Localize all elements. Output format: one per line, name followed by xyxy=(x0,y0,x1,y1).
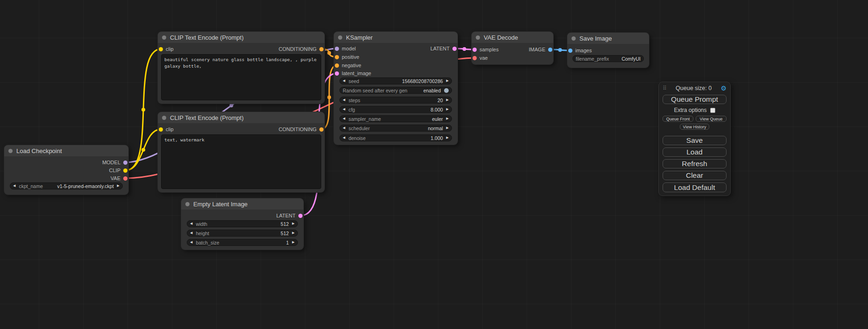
input-dot-latent-image[interactable] xyxy=(335,71,339,76)
node-header[interactable]: CLIP Text Encode (Prompt) xyxy=(158,32,325,43)
widget-sampler-name[interactable]: ◀ sampler_name euler ▶ xyxy=(339,115,452,122)
node-graph-canvas[interactable]: Load Checkpoint MODEL CLIP VAE ◀ ckpt_na… xyxy=(0,0,868,329)
decrement-arrow-icon[interactable]: ◀ xyxy=(190,231,192,235)
node-header[interactable]: Save Image xyxy=(567,33,649,44)
collapse-toggle-icon[interactable] xyxy=(572,36,576,41)
input-dot-negative[interactable] xyxy=(335,63,339,68)
widget-width[interactable]: ◀ width 512 ▶ xyxy=(187,220,298,227)
output-dot-conditioning[interactable] xyxy=(319,47,324,51)
slot-label: samples xyxy=(480,47,499,52)
decrement-arrow-icon[interactable]: ◀ xyxy=(343,98,345,102)
slot-label: CLIP xyxy=(109,168,120,173)
node-header[interactable]: Load Checkpoint xyxy=(4,145,128,156)
slot-label: latent_image xyxy=(342,70,371,76)
widget-batch-size[interactable]: ◀ batch_size 1 ▶ xyxy=(187,239,298,246)
input-dot-clip[interactable] xyxy=(159,127,163,132)
node-save-image[interactable]: Save Image images filename_prefix ComfyU… xyxy=(567,33,649,68)
input-dot-positive[interactable] xyxy=(335,55,339,59)
widget-steps[interactable]: ◀ steps 20 ▶ xyxy=(339,97,452,104)
collapse-toggle-icon[interactable] xyxy=(185,202,190,206)
widget-ckpt-name[interactable]: ◀ ckpt_name v1-5-pruned-emaonly.ckpt ▶ xyxy=(10,182,123,189)
node-header[interactable]: KSampler xyxy=(334,32,458,43)
slot-label: MODEL xyxy=(102,160,120,165)
output-dot-clip[interactable] xyxy=(123,168,127,173)
widget-label: scheduler xyxy=(348,126,424,131)
load-button[interactable]: Load xyxy=(663,147,727,157)
load-default-button[interactable]: Load Default xyxy=(663,182,727,192)
widget-value: 1 xyxy=(286,240,289,245)
slot-label: VAE xyxy=(111,175,120,181)
input-dot-vae[interactable] xyxy=(473,56,477,60)
toggle-indicator-icon[interactable] xyxy=(444,88,449,93)
decrement-arrow-icon[interactable]: ◀ xyxy=(13,184,15,188)
collapse-toggle-icon[interactable] xyxy=(476,35,480,40)
slot-label: images xyxy=(575,48,592,53)
queue-prompt-button[interactable]: Queue Prompt xyxy=(663,95,727,104)
output-dot-latent[interactable] xyxy=(298,214,303,218)
increment-arrow-icon[interactable]: ▶ xyxy=(292,241,295,244)
widget-filename-prefix[interactable]: filename_prefix ComfyUI xyxy=(572,55,644,62)
slot-label: negative xyxy=(342,63,361,68)
increment-arrow-icon[interactable]: ▶ xyxy=(446,98,449,102)
decrement-arrow-icon[interactable]: ◀ xyxy=(343,79,345,83)
increment-arrow-icon[interactable]: ▶ xyxy=(446,136,449,140)
increment-arrow-icon[interactable]: ▶ xyxy=(292,231,295,235)
input-slot-vae: vae xyxy=(473,55,488,61)
output-dot-conditioning[interactable] xyxy=(319,127,324,132)
widget-denoise[interactable]: ◀ denoise 1.000 ▶ xyxy=(339,134,452,141)
input-dot-clip[interactable] xyxy=(159,47,163,51)
queue-front-button[interactable]: Queue Front xyxy=(663,116,693,122)
decrement-arrow-icon[interactable]: ◀ xyxy=(190,222,192,225)
decrement-arrow-icon[interactable]: ◀ xyxy=(343,136,345,140)
node-vae-decode[interactable]: VAE Decode samples vae IMAGE xyxy=(472,32,553,64)
decrement-arrow-icon[interactable]: ◀ xyxy=(343,108,345,111)
node-ksampler[interactable]: KSampler model positive negative latent_… xyxy=(334,32,458,145)
input-slot-clip: clip xyxy=(159,126,174,133)
widget-height[interactable]: ◀ height 512 ▶ xyxy=(187,230,298,237)
widget-seed[interactable]: ◀ seed 156680208700286 ▶ xyxy=(339,77,452,84)
increment-arrow-icon[interactable]: ▶ xyxy=(117,184,120,188)
collapse-toggle-icon[interactable] xyxy=(162,116,166,120)
view-history-button[interactable]: View History xyxy=(680,124,710,130)
node-clip-text-encode-negative[interactable]: CLIP Text Encode (Prompt) clip CONDITION… xyxy=(158,112,325,192)
increment-arrow-icon[interactable]: ▶ xyxy=(292,222,295,225)
output-dot-latent[interactable] xyxy=(452,47,457,51)
node-load-checkpoint[interactable]: Load Checkpoint MODEL CLIP VAE ◀ ckpt_na… xyxy=(4,145,128,195)
collapse-toggle-icon[interactable] xyxy=(162,35,166,40)
increment-arrow-icon[interactable]: ▶ xyxy=(446,79,449,83)
node-header[interactable]: CLIP Text Encode (Prompt) xyxy=(158,112,325,123)
decrement-arrow-icon[interactable]: ◀ xyxy=(343,126,345,130)
increment-arrow-icon[interactable]: ▶ xyxy=(446,117,449,120)
input-dot-images[interactable] xyxy=(568,49,572,53)
negative-prompt-textarea[interactable]: text, watermark xyxy=(161,134,321,189)
output-dot-vae[interactable] xyxy=(123,176,127,181)
save-button[interactable]: Save xyxy=(663,136,727,145)
node-header[interactable]: Empty Latent Image xyxy=(181,198,303,210)
node-clip-text-encode-positive[interactable]: CLIP Text Encode (Prompt) clip CONDITION… xyxy=(158,32,325,104)
output-dot-model[interactable] xyxy=(123,161,127,165)
refresh-button[interactable]: Refresh xyxy=(663,159,727,168)
decrement-arrow-icon[interactable]: ◀ xyxy=(343,117,345,120)
widget-scheduler[interactable]: ◀ scheduler normal ▶ xyxy=(339,125,452,132)
output-dot-image[interactable] xyxy=(548,48,552,52)
node-header[interactable]: VAE Decode xyxy=(472,32,553,43)
positive-prompt-textarea[interactable]: beautiful scenery nature glass bottle la… xyxy=(161,54,321,100)
settings-gear-icon[interactable]: ⚙ xyxy=(720,84,727,92)
increment-arrow-icon[interactable]: ▶ xyxy=(446,126,449,130)
clear-button[interactable]: Clear xyxy=(663,171,727,180)
input-dot-samples[interactable] xyxy=(473,48,477,52)
link-midpoint-dot xyxy=(327,96,331,99)
view-queue-button[interactable]: View Queue xyxy=(696,116,727,122)
output-slot-latent: LATENT xyxy=(430,45,457,52)
node-empty-latent-image[interactable]: Empty Latent Image LATENT ◀ width 512 ▶ … xyxy=(181,198,303,250)
collapse-toggle-icon[interactable] xyxy=(338,35,342,40)
increment-arrow-icon[interactable]: ▶ xyxy=(446,108,449,111)
input-dot-model[interactable] xyxy=(335,47,339,51)
widget-value: 20 xyxy=(438,98,443,103)
decrement-arrow-icon[interactable]: ◀ xyxy=(190,241,192,244)
extra-options-checkbox[interactable] xyxy=(710,108,715,113)
drag-handle-icon[interactable]: ⠿ xyxy=(663,85,667,91)
widget-cfg[interactable]: ◀ cfg 8.000 ▶ xyxy=(339,106,452,113)
widget-random-seed[interactable]: Random seed after every gen enabled xyxy=(339,87,452,94)
collapse-toggle-icon[interactable] xyxy=(8,149,13,153)
